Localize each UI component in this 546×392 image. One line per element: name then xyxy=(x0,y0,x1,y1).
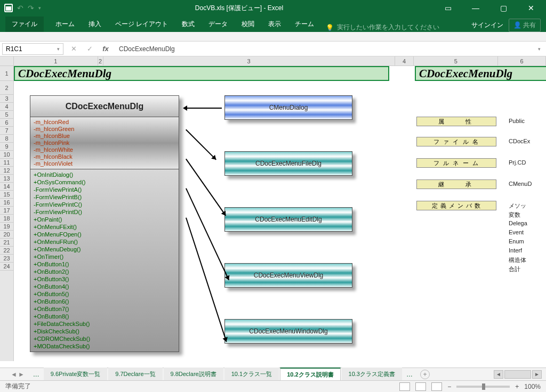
tab-overflow[interactable]: … xyxy=(403,371,416,378)
tab-insert[interactable]: 挿入 xyxy=(86,17,103,32)
redo-icon[interactable]: ↷ xyxy=(28,4,34,12)
row-header[interactable]: 7 xyxy=(0,127,13,135)
row-header[interactable]: 12 xyxy=(0,167,13,175)
row-header[interactable]: 5 xyxy=(0,111,13,119)
uml-method: +OnButton4() xyxy=(34,283,175,290)
sheet-tab[interactable]: 10.3クラス定義書 xyxy=(342,368,402,381)
tab-view[interactable]: 表示 xyxy=(266,17,283,32)
child-class-box[interactable]: CDocExecMenuFileDlg xyxy=(224,151,352,176)
row-header[interactable]: 21 xyxy=(0,239,13,247)
row-header[interactable]: 11 xyxy=(0,159,13,167)
maximize-button[interactable]: ▢ xyxy=(493,1,514,15)
child-class-box[interactable]: CDocExecMenuViewDlg xyxy=(224,263,352,288)
cancel-formula-icon[interactable]: ✕ xyxy=(68,43,79,55)
ribbon-options-icon[interactable]: ▭ xyxy=(437,1,459,15)
sheet-tab-active[interactable]: 10.2クラス説明書 xyxy=(280,368,340,381)
row-header[interactable]: 10 xyxy=(0,151,13,159)
row-header[interactable]: 14 xyxy=(0,183,13,191)
select-all-corner[interactable] xyxy=(0,56,14,66)
row-header[interactable]: 18 xyxy=(0,215,13,223)
label-attribute: 属 性 xyxy=(416,117,496,126)
col-header[interactable]: 1 xyxy=(14,56,98,66)
save-icon[interactable] xyxy=(4,4,13,12)
hscroll-right-icon[interactable]: ► xyxy=(532,370,542,379)
hscroll-track[interactable] xyxy=(504,370,531,379)
row-header[interactable]: 24 xyxy=(0,263,13,271)
zoom-out-button[interactable]: − xyxy=(447,383,451,390)
tab-nav-prev-icon[interactable]: ◄ xyxy=(11,371,17,378)
tab-team[interactable]: チーム xyxy=(293,17,316,32)
hscroll-left-icon[interactable]: ◄ xyxy=(494,370,503,379)
col-header[interactable]: 4 xyxy=(395,56,414,66)
uml-method: +OnButton3() xyxy=(34,275,175,283)
row-header[interactable]: 22 xyxy=(0,247,13,255)
col-header[interactable]: 5 xyxy=(414,56,498,66)
col-header[interactable]: 3 xyxy=(103,56,395,66)
sheet-tab[interactable]: 9.7Declare一覧 xyxy=(108,368,162,381)
row-header[interactable]: 20 xyxy=(0,231,13,239)
uml-method: +OnSysCommand() xyxy=(34,178,175,186)
view-break-icon[interactable] xyxy=(431,382,442,391)
row-header[interactable]: 3 xyxy=(0,95,13,103)
row-header[interactable]: 13 xyxy=(0,175,13,183)
uml-method: +MODataCheckSub() xyxy=(34,342,175,350)
sheet-tab[interactable]: 10.1クラス一覧 xyxy=(224,368,279,381)
tab-overflow[interactable]: … xyxy=(30,371,43,378)
uml-method: +FileDataCheckSub() xyxy=(34,320,175,328)
name-box[interactable]: R1C1▾ xyxy=(2,43,63,55)
zoom-level[interactable]: 100% xyxy=(524,383,541,390)
formula-input[interactable]: CDocExecMenuDlg xyxy=(116,45,531,53)
share-button[interactable]: 👤 共有 xyxy=(509,19,541,32)
sheet-tab[interactable]: 9.6Private変数一覧 xyxy=(44,368,108,381)
row-header[interactable]: 19 xyxy=(0,223,13,231)
tab-formula[interactable]: 数式 xyxy=(180,17,197,32)
cell-area[interactable]: CDocExecMenuDlg CDocExecMenuDlg CDocExec… xyxy=(14,66,546,361)
tab-nav-next-icon[interactable]: ► xyxy=(18,371,25,378)
tell-me[interactable]: 💡実行したい作業を入力してください xyxy=(326,23,439,32)
row-header[interactable]: 23 xyxy=(0,255,13,263)
col-header[interactable]: 2 xyxy=(98,56,103,66)
view-normal-icon[interactable] xyxy=(399,382,410,391)
uml-method: +OnMenuFOpen() xyxy=(34,231,175,238)
sheet-tab[interactable]: 9.8Declare説明書 xyxy=(164,368,223,381)
tab-file[interactable]: ファイル xyxy=(5,17,44,32)
row-header[interactable]: 6 xyxy=(0,119,13,127)
col-header[interactable]: 6 xyxy=(498,56,546,66)
assoc-arrow xyxy=(186,217,227,342)
title-cell-right[interactable]: CDocExecMenuDlg xyxy=(415,66,546,81)
fx-icon[interactable]: fx xyxy=(100,43,111,55)
sign-in-link[interactable]: サインイン xyxy=(471,21,503,30)
zoom-in-button[interactable]: + xyxy=(515,383,519,390)
confirm-formula-icon[interactable]: ✓ xyxy=(84,43,95,55)
child-class-box[interactable]: CDocExecMenuEditDlg xyxy=(224,207,352,232)
value-m7: 構造体 xyxy=(509,256,526,264)
row-header[interactable]: 15 xyxy=(0,191,13,199)
minimize-button[interactable]: — xyxy=(465,1,486,15)
worksheet[interactable]: 1 2 3 4 5 6 1 2 3 4 5 6 7 8 9 10 11 12 1… xyxy=(0,56,546,361)
uml-class-box[interactable]: CDocExecMenuDlg -m_hIconRed -m_hIconGree… xyxy=(30,95,179,352)
row-header[interactable]: 8 xyxy=(0,135,13,143)
uml-field: -m_hIconViolet xyxy=(34,160,175,167)
tab-home[interactable]: ホーム xyxy=(53,17,77,32)
value-filename: CDocEx xyxy=(509,138,530,144)
undo-icon[interactable]: ↶ xyxy=(17,4,23,12)
row-header[interactable]: 16 xyxy=(0,199,13,207)
uml-method: +OnButton1() xyxy=(34,260,175,268)
close-button[interactable]: ✕ xyxy=(520,1,542,15)
zoom-slider[interactable] xyxy=(456,386,510,388)
chevron-down-icon[interactable]: ▾ xyxy=(57,46,60,52)
tab-layout[interactable]: ページ レイアウト xyxy=(113,17,170,32)
row-header[interactable]: 2 xyxy=(0,81,13,95)
parent-class-box[interactable]: CMenuDialog xyxy=(224,95,352,120)
row-header[interactable]: 4 xyxy=(0,103,13,111)
formula-expand-icon[interactable]: ▾ xyxy=(535,46,544,52)
tab-data[interactable]: データ xyxy=(206,17,230,32)
title-cell-left[interactable]: CDocExecMenuDlg xyxy=(14,66,389,81)
view-layout-icon[interactable] xyxy=(415,382,426,391)
tab-review[interactable]: 校閲 xyxy=(239,17,256,32)
row-header[interactable]: 9 xyxy=(0,143,13,151)
row-header[interactable]: 1 xyxy=(0,66,13,81)
row-header[interactable]: 17 xyxy=(0,207,13,215)
child-class-box[interactable]: CDocExecMenuWindowDlg xyxy=(224,319,352,344)
new-sheet-button[interactable]: + xyxy=(420,370,430,379)
